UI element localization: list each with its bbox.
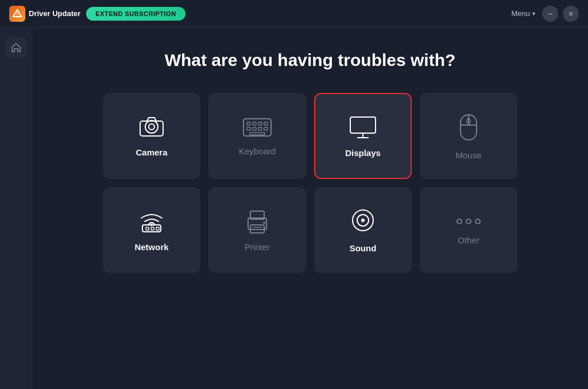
minimize-button[interactable]: − bbox=[542, 6, 558, 22]
svg-rect-15 bbox=[250, 133, 265, 135]
printer-icon bbox=[243, 209, 271, 234]
network-icon bbox=[137, 209, 167, 234]
window-controls: − × bbox=[542, 6, 579, 22]
svg-point-33 bbox=[263, 221, 265, 224]
titlebar: Driver Updater EXTEND SUBSCRIPTION Menu … bbox=[0, 0, 588, 28]
svg-rect-14 bbox=[264, 127, 268, 130]
svg-rect-10 bbox=[264, 122, 268, 125]
svg-rect-7 bbox=[247, 122, 250, 125]
camera-label: Camera bbox=[136, 147, 167, 157]
svg-rect-12 bbox=[253, 127, 256, 130]
main-content: What are you having troubles with? Camer… bbox=[32, 28, 588, 389]
svg-rect-25 bbox=[151, 227, 154, 230]
sidebar bbox=[0, 28, 32, 389]
tile-camera[interactable]: Camera bbox=[103, 93, 200, 179]
titlebar-right: Menu ▾ − × bbox=[511, 6, 579, 22]
svg-rect-24 bbox=[146, 227, 149, 230]
tile-sound[interactable]: Sound bbox=[314, 187, 412, 273]
svg-point-2 bbox=[17, 15, 18, 16]
sound-icon bbox=[350, 208, 376, 235]
network-label: Network bbox=[134, 242, 168, 252]
home-button[interactable] bbox=[5, 37, 27, 59]
svg-rect-13 bbox=[258, 127, 262, 130]
chevron-down-icon: ▾ bbox=[532, 10, 535, 17]
main-layout: What are you having troubles with? Camer… bbox=[0, 28, 588, 389]
svg-rect-11 bbox=[247, 127, 250, 130]
tile-displays[interactable]: Displays bbox=[314, 93, 412, 179]
other-icon bbox=[455, 216, 482, 227]
menu-button[interactable]: Menu ▾ bbox=[511, 9, 535, 18]
avg-logo: Driver Updater bbox=[9, 6, 80, 22]
keyboard-label: Keyboard bbox=[239, 146, 276, 156]
page-title: What are you having troubles with? bbox=[165, 50, 456, 70]
titlebar-left: Driver Updater EXTEND SUBSCRIPTION bbox=[9, 6, 185, 22]
displays-icon bbox=[348, 115, 378, 140]
tile-printer[interactable]: Printer bbox=[208, 187, 306, 273]
tile-keyboard[interactable]: Keyboard bbox=[208, 93, 306, 179]
app-name: Driver Updater bbox=[29, 9, 80, 18]
svg-rect-8 bbox=[253, 122, 256, 125]
svg-rect-5 bbox=[140, 121, 163, 136]
svg-rect-16 bbox=[350, 117, 376, 133]
device-grid: Camera bbox=[103, 93, 517, 273]
avg-logo-icon bbox=[9, 6, 25, 22]
tile-other[interactable]: Other bbox=[420, 187, 517, 273]
svg-point-4 bbox=[149, 124, 154, 130]
sound-label: Sound bbox=[350, 243, 377, 253]
displays-label: Displays bbox=[345, 148, 381, 158]
other-label: Other bbox=[458, 235, 479, 245]
svg-point-3 bbox=[145, 120, 158, 133]
svg-point-27 bbox=[150, 224, 153, 226]
tile-mouse[interactable]: Mouse bbox=[420, 93, 517, 179]
camera-icon bbox=[137, 115, 167, 139]
svg-point-38 bbox=[466, 219, 471, 224]
tile-network[interactable]: Network bbox=[103, 187, 200, 273]
close-button[interactable]: × bbox=[563, 6, 579, 22]
svg-point-39 bbox=[475, 219, 480, 224]
svg-point-36 bbox=[361, 219, 365, 222]
svg-rect-9 bbox=[258, 122, 262, 125]
mouse-icon bbox=[458, 112, 479, 142]
svg-rect-26 bbox=[156, 227, 159, 230]
svg-point-37 bbox=[457, 219, 462, 224]
mouse-label: Mouse bbox=[455, 150, 481, 160]
extend-subscription-button[interactable]: EXTEND SUBSCRIPTION bbox=[86, 7, 185, 21]
keyboard-icon bbox=[242, 116, 272, 138]
printer-label: Printer bbox=[245, 242, 270, 252]
